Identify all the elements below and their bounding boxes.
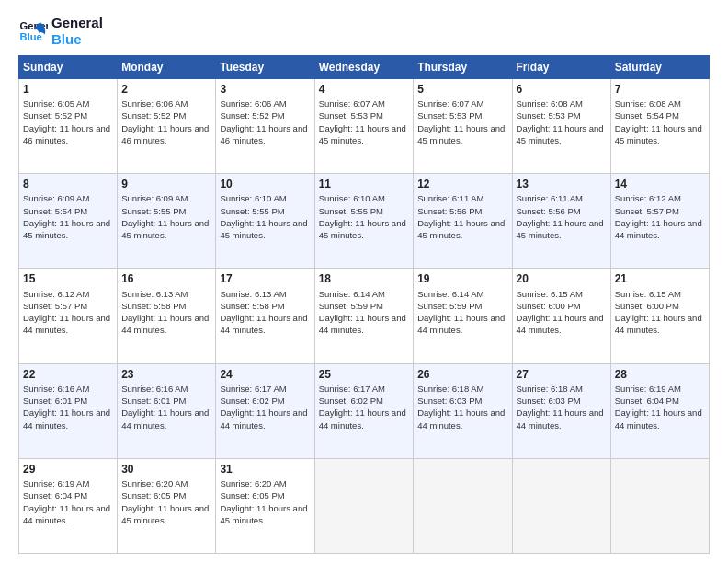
- day-number: 10: [220, 177, 310, 191]
- header: General Blue General Blue: [18, 15, 710, 48]
- calendar-cell: 27Sunrise: 6:18 AMSunset: 6:03 PMDayligh…: [512, 363, 610, 458]
- calendar-cell: 31Sunrise: 6:20 AMSunset: 6:05 PMDayligh…: [216, 458, 314, 553]
- calendar-cell: 3Sunrise: 6:06 AMSunset: 5:52 PMDaylight…: [216, 79, 314, 174]
- day-info: Sunrise: 6:13 AMSunset: 5:58 PMDaylight:…: [121, 288, 211, 337]
- calendar-cell: 8Sunrise: 6:09 AMSunset: 5:54 PMDaylight…: [19, 174, 118, 269]
- calendar-cell: 28Sunrise: 6:19 AMSunset: 6:04 PMDayligh…: [610, 363, 709, 458]
- day-info: Sunrise: 6:19 AMSunset: 6:04 PMDaylight:…: [23, 477, 113, 526]
- day-info: Sunrise: 6:07 AMSunset: 5:53 PMDaylight:…: [417, 98, 507, 146]
- day-info: Sunrise: 6:08 AMSunset: 5:54 PMDaylight:…: [615, 98, 705, 146]
- calendar-week-4: 22Sunrise: 6:16 AMSunset: 6:01 PMDayligh…: [19, 363, 710, 458]
- calendar-week-3: 15Sunrise: 6:12 AMSunset: 5:57 PMDayligh…: [19, 269, 710, 363]
- day-info: Sunrise: 6:08 AMSunset: 5:53 PMDaylight:…: [517, 98, 607, 146]
- day-number: 23: [121, 367, 211, 382]
- calendar-cell: 26Sunrise: 6:18 AMSunset: 6:03 PMDayligh…: [414, 363, 512, 458]
- day-number: 1: [23, 82, 113, 97]
- day-info: Sunrise: 6:09 AMSunset: 5:55 PMDaylight:…: [121, 192, 211, 241]
- day-number: 3: [220, 82, 310, 97]
- day-number: 19: [417, 271, 507, 286]
- calendar-cell: [414, 458, 512, 553]
- calendar-cell: 20Sunrise: 6:15 AMSunset: 6:00 PMDayligh…: [512, 269, 610, 363]
- day-info: Sunrise: 6:10 AMSunset: 5:55 PMDaylight:…: [319, 192, 410, 241]
- day-number: 25: [319, 367, 410, 382]
- day-info: Sunrise: 6:20 AMSunset: 6:05 PMDaylight:…: [121, 477, 211, 526]
- weekday-header-sunday: Sunday: [19, 56, 118, 79]
- weekday-header-friday: Friday: [512, 56, 610, 79]
- day-number: 21: [615, 271, 705, 286]
- day-number: 16: [121, 271, 211, 286]
- day-info: Sunrise: 6:19 AMSunset: 6:04 PMDaylight:…: [615, 383, 705, 431]
- day-number: 29: [23, 462, 113, 477]
- day-info: Sunrise: 6:11 AMSunset: 5:56 PMDaylight:…: [517, 192, 607, 241]
- day-info: Sunrise: 6:17 AMSunset: 6:02 PMDaylight:…: [220, 383, 310, 431]
- day-info: Sunrise: 6:14 AMSunset: 5:59 PMDaylight:…: [417, 288, 507, 337]
- day-number: 24: [220, 367, 310, 382]
- day-info: Sunrise: 6:12 AMSunset: 5:57 PMDaylight:…: [23, 288, 113, 337]
- day-number: 22: [23, 367, 113, 382]
- page: General Blue General Blue SundayMondayTu…: [0, 0, 728, 563]
- day-number: 18: [319, 271, 410, 286]
- calendar-cell: 23Sunrise: 6:16 AMSunset: 6:01 PMDayligh…: [118, 363, 216, 458]
- calendar-cell: 11Sunrise: 6:10 AMSunset: 5:55 PMDayligh…: [314, 174, 414, 269]
- calendar-cell: 17Sunrise: 6:13 AMSunset: 5:58 PMDayligh…: [216, 269, 314, 363]
- logo-text: General Blue: [51, 15, 103, 48]
- day-number: 7: [615, 82, 705, 97]
- day-info: Sunrise: 6:07 AMSunset: 5:53 PMDaylight:…: [319, 98, 410, 146]
- weekday-header-saturday: Saturday: [610, 56, 709, 79]
- calendar-cell: [610, 458, 709, 553]
- calendar-cell: 19Sunrise: 6:14 AMSunset: 5:59 PMDayligh…: [414, 269, 512, 363]
- day-info: Sunrise: 6:06 AMSunset: 5:52 PMDaylight:…: [220, 98, 310, 146]
- day-number: 26: [417, 367, 507, 382]
- day-number: 31: [220, 462, 310, 477]
- calendar-cell: 5Sunrise: 6:07 AMSunset: 5:53 PMDaylight…: [414, 79, 512, 174]
- day-number: 14: [615, 177, 705, 191]
- day-info: Sunrise: 6:18 AMSunset: 6:03 PMDaylight:…: [417, 383, 507, 431]
- day-number: 27: [517, 367, 607, 382]
- weekday-header-monday: Monday: [118, 56, 216, 79]
- weekday-header-row: SundayMondayTuesdayWednesdayThursdayFrid…: [19, 56, 710, 79]
- calendar-cell: 14Sunrise: 6:12 AMSunset: 5:57 PMDayligh…: [610, 174, 709, 269]
- calendar-cell: 16Sunrise: 6:13 AMSunset: 5:58 PMDayligh…: [118, 269, 216, 363]
- day-number: 17: [220, 271, 310, 286]
- day-info: Sunrise: 6:09 AMSunset: 5:54 PMDaylight:…: [23, 192, 113, 241]
- calendar-cell: [512, 458, 610, 553]
- day-info: Sunrise: 6:16 AMSunset: 6:01 PMDaylight:…: [23, 383, 113, 431]
- day-info: Sunrise: 6:10 AMSunset: 5:55 PMDaylight:…: [220, 192, 310, 241]
- day-number: 8: [23, 177, 113, 191]
- weekday-header-wednesday: Wednesday: [314, 56, 414, 79]
- calendar-cell: [314, 458, 414, 553]
- day-info: Sunrise: 6:06 AMSunset: 5:52 PMDaylight:…: [121, 98, 211, 146]
- day-info: Sunrise: 6:14 AMSunset: 5:59 PMDaylight:…: [319, 288, 410, 337]
- day-info: Sunrise: 6:16 AMSunset: 6:01 PMDaylight:…: [121, 383, 211, 431]
- calendar-cell: 22Sunrise: 6:16 AMSunset: 6:01 PMDayligh…: [19, 363, 118, 458]
- day-number: 6: [517, 82, 607, 97]
- calendar-cell: 1Sunrise: 6:05 AMSunset: 5:52 PMDaylight…: [19, 79, 118, 174]
- day-info: Sunrise: 6:20 AMSunset: 6:05 PMDaylight:…: [220, 477, 310, 526]
- day-number: 30: [121, 462, 211, 477]
- day-number: 11: [319, 177, 410, 191]
- calendar-week-2: 8Sunrise: 6:09 AMSunset: 5:54 PMDaylight…: [19, 174, 710, 269]
- day-info: Sunrise: 6:17 AMSunset: 6:02 PMDaylight:…: [319, 383, 410, 431]
- day-info: Sunrise: 6:12 AMSunset: 5:57 PMDaylight:…: [615, 192, 705, 241]
- day-info: Sunrise: 6:15 AMSunset: 6:00 PMDaylight:…: [615, 288, 705, 337]
- calendar-cell: 9Sunrise: 6:09 AMSunset: 5:55 PMDaylight…: [118, 174, 216, 269]
- calendar-cell: 12Sunrise: 6:11 AMSunset: 5:56 PMDayligh…: [414, 174, 512, 269]
- day-number: 15: [23, 271, 113, 286]
- day-number: 20: [517, 271, 607, 286]
- calendar-cell: 2Sunrise: 6:06 AMSunset: 5:52 PMDaylight…: [118, 79, 216, 174]
- calendar-cell: 29Sunrise: 6:19 AMSunset: 6:04 PMDayligh…: [19, 458, 118, 553]
- calendar-week-1: 1Sunrise: 6:05 AMSunset: 5:52 PMDaylight…: [19, 79, 710, 174]
- day-info: Sunrise: 6:05 AMSunset: 5:52 PMDaylight:…: [23, 98, 113, 146]
- day-number: 28: [615, 367, 705, 382]
- calendar-cell: 21Sunrise: 6:15 AMSunset: 6:00 PMDayligh…: [610, 269, 709, 363]
- day-number: 5: [417, 82, 507, 97]
- calendar-cell: 6Sunrise: 6:08 AMSunset: 5:53 PMDaylight…: [512, 79, 610, 174]
- day-number: 12: [417, 177, 507, 191]
- day-info: Sunrise: 6:11 AMSunset: 5:56 PMDaylight:…: [417, 192, 507, 241]
- calendar-cell: 18Sunrise: 6:14 AMSunset: 5:59 PMDayligh…: [314, 269, 414, 363]
- day-number: 13: [517, 177, 607, 191]
- weekday-header-tuesday: Tuesday: [216, 56, 314, 79]
- day-number: 2: [121, 82, 211, 97]
- calendar-cell: 13Sunrise: 6:11 AMSunset: 5:56 PMDayligh…: [512, 174, 610, 269]
- calendar-cell: 25Sunrise: 6:17 AMSunset: 6:02 PMDayligh…: [314, 363, 414, 458]
